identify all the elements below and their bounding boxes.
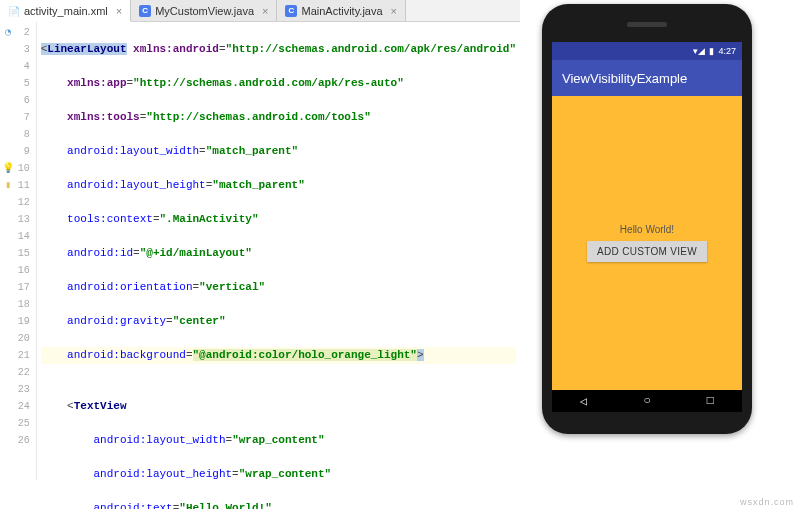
back-button-icon[interactable]: ◁ — [580, 394, 587, 409]
line-number: 14 — [18, 231, 30, 242]
line-number: 25 — [18, 418, 30, 429]
tab-label: MainActivity.java — [301, 5, 382, 17]
app-title: ViewVisibilityExample — [562, 71, 687, 86]
line-number: 19 — [18, 316, 30, 327]
code-area[interactable]: <LinearLayout xmlns:android="http://sche… — [37, 22, 520, 480]
line-number: 13 — [18, 214, 30, 225]
android-statusbar: ▾◢ ▮ 4:27 — [552, 42, 742, 60]
lightbulb-icon[interactable]: 💡 — [2, 160, 14, 177]
line-number: 7 — [24, 112, 30, 123]
line-number: 2 — [24, 27, 30, 38]
line-number: 26 — [18, 435, 30, 446]
editor-tabbar: activity_main.xml × C MyCustomView.java … — [0, 0, 520, 22]
line-number: 8 — [24, 129, 30, 140]
tab-activity-main-xml[interactable]: activity_main.xml × — [0, 0, 131, 22]
line-number: 11 — [18, 180, 30, 191]
close-icon[interactable]: × — [391, 5, 397, 17]
app-toolbar: ViewVisibilityExample — [552, 60, 742, 96]
android-navbar: ◁ ○ □ — [552, 390, 742, 412]
signal-icon: ▾◢ — [693, 46, 705, 56]
line-number: 18 — [18, 299, 30, 310]
line-number: 10 — [18, 163, 30, 174]
line-number: 3 — [24, 44, 30, 55]
xml-file-icon — [8, 5, 20, 17]
line-number: 16 — [18, 265, 30, 276]
watermark: wsxdn.com — [740, 497, 794, 507]
line-number: 4 — [24, 61, 30, 72]
line-number: 22 — [18, 367, 30, 378]
line-number: 20 — [18, 333, 30, 344]
line-number: 5 — [24, 78, 30, 89]
tab-mycustomview-java[interactable]: C MyCustomView.java × — [131, 0, 277, 21]
line-number: 24 — [18, 401, 30, 412]
line-number: 21 — [18, 350, 30, 361]
line-number: 9 — [24, 146, 30, 157]
tab-label: MyCustomView.java — [155, 5, 254, 17]
phone-speaker — [627, 22, 667, 27]
ide-pane: activity_main.xml × C MyCustomView.java … — [0, 0, 520, 480]
gutter: ◔2 3 4 5 6 7 8 9 💡10 ▮11 12 13 14 15 16 … — [0, 22, 37, 480]
battery-icon: ▮ — [709, 46, 714, 56]
line-number: 6 — [24, 95, 30, 106]
line-number: 23 — [18, 384, 30, 395]
warning-icon: ▮ — [2, 177, 14, 194]
java-file-icon: C — [285, 5, 297, 17]
emulator-screen[interactable]: ▾◢ ▮ 4:27 ViewVisibilityExample Hello Wo… — [552, 42, 742, 390]
close-icon[interactable]: × — [262, 5, 268, 17]
tab-mainactivity-java[interactable]: C MainActivity.java × — [277, 0, 406, 21]
hello-text: Hello World! — [620, 224, 674, 235]
line-number: 15 — [18, 248, 30, 259]
recents-button-icon[interactable]: □ — [707, 394, 714, 408]
app-content: Hello World! ADD CUSTOM VIEW — [552, 96, 742, 390]
close-icon[interactable]: × — [116, 5, 122, 17]
java-file-icon: C — [139, 5, 151, 17]
line-number: 17 — [18, 282, 30, 293]
add-custom-view-button[interactable]: ADD CUSTOM VIEW — [587, 241, 707, 262]
status-time: 4:27 — [718, 46, 736, 56]
line-number: 12 — [18, 197, 30, 208]
emulator-device-frame: ▾◢ ▮ 4:27 ViewVisibilityExample Hello Wo… — [542, 4, 752, 434]
code-editor[interactable]: ◔2 3 4 5 6 7 8 9 💡10 ▮11 12 13 14 15 16 … — [0, 22, 520, 480]
home-button-icon[interactable]: ○ — [643, 394, 650, 408]
tab-label: activity_main.xml — [24, 5, 108, 17]
